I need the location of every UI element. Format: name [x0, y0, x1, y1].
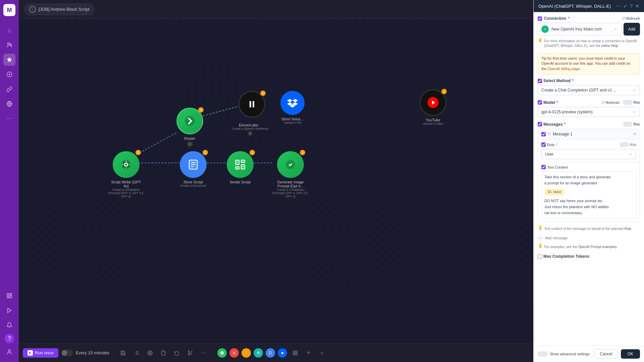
sidebar: M ⌂ ⋯ ?: [0, 0, 19, 362]
sidebar-item-team[interactable]: [3, 39, 15, 51]
iterate-node[interactable]: 1 Iterate Script: [227, 151, 254, 184]
job-title: [JOB] Andrew Black Script: [39, 7, 90, 12]
imageprompt-label: Generate Image Prompt [Gpt 4...: [274, 180, 307, 188]
sidebar-item-profile[interactable]: [3, 346, 15, 358]
select-method-dropdown[interactable]: Create a Chat Completion (GPT and o1 ...: [538, 85, 640, 95]
connection-checkbox[interactable]: [538, 16, 542, 21]
play-icon: [28, 350, 33, 356]
svg-rect-34: [241, 165, 245, 169]
connection-refresh[interactable]: Refresh: [622, 16, 640, 20]
panel-dots-icon[interactable]: ⋯: [616, 3, 621, 9]
note-button[interactable]: [158, 348, 169, 358]
dropbox-circle: [280, 91, 305, 115]
select-method-chevron: [632, 88, 636, 92]
router-node-circle: 4: [176, 108, 203, 134]
panel-header: OpenAI (ChatGPT, Whisper, DALL-E) ⋯ ⤢ ? …: [534, 0, 644, 12]
router-badge: 4: [198, 107, 204, 113]
red-x-btn[interactable]: ✕: [229, 348, 239, 358]
text-content-area[interactable]: Take this section of a story and generat…: [541, 171, 636, 219]
message-1-close[interactable]: ✕: [633, 132, 636, 136]
list-button[interactable]: [131, 348, 142, 358]
advanced-toggle[interactable]: [538, 351, 548, 357]
plus-btn[interactable]: +: [303, 348, 314, 358]
sidebar-item-globe[interactable]: [3, 98, 15, 110]
scriptwriter-node[interactable]: 2 Script Writer [GPT 4o] Create a Comple…: [108, 151, 145, 198]
add-message-plus-icon: +: [538, 235, 543, 241]
add-connection-button[interactable]: Add: [624, 23, 640, 36]
job-badge[interactable]: [JOB] Andrew Black Script: [24, 4, 95, 15]
pause-node[interactable]: 1: [238, 91, 265, 118]
storescript-sublabel: Create a Document: [180, 184, 206, 187]
cut-button[interactable]: [185, 348, 196, 358]
sidebar-item-home[interactable]: ⌂: [3, 24, 15, 36]
model-dropdown[interactable]: gpt-4-0125-preview (system): [538, 107, 640, 117]
svg-point-44: [189, 354, 190, 355]
role-map-toggle[interactable]: [620, 142, 629, 147]
panel-close-icon[interactable]: ✕: [635, 3, 639, 9]
orange-btn[interactable]: !: [241, 348, 251, 358]
sidebar-item-apps[interactable]: [3, 68, 15, 80]
role-dropdown[interactable]: User: [541, 149, 636, 159]
svg-rect-11: [7, 297, 9, 298]
teal-btn[interactable]: ⚙: [254, 348, 263, 358]
svg-rect-48: [293, 351, 295, 353]
router-label: Router: [184, 136, 195, 140]
green-circle-btn[interactable]: [217, 348, 227, 358]
messages-checkbox[interactable]: [538, 122, 542, 126]
youtube-node[interactable]: 1 YouTube Upload a Video: [420, 89, 446, 125]
cancel-button[interactable]: Cancel: [594, 349, 618, 359]
text-line-1: Take this section of a story and generat…: [544, 174, 633, 180]
connection-select[interactable]: New OpenAI Key Make.com: [538, 23, 622, 36]
settings-button[interactable]: [145, 348, 155, 358]
message-1-checkbox[interactable]: [541, 132, 546, 136]
select-method-checkbox[interactable]: [538, 79, 542, 83]
grid-btn[interactable]: [290, 348, 301, 358]
role-chevron: [629, 152, 633, 156]
model-refresh[interactable]: Refresh: [601, 101, 620, 105]
sidebar-item-activity[interactable]: [3, 304, 15, 316]
model-map-toggle[interactable]: [623, 100, 632, 105]
max-tokens-section: Max Completion Tokens: [538, 254, 640, 259]
connection-value: New OpenAI Key Make.com: [551, 27, 611, 32]
pause-badge: 1: [260, 90, 266, 96]
model-checkbox[interactable]: [538, 100, 542, 105]
blue-btn[interactable]: D: [266, 348, 275, 358]
app-logo[interactable]: M: [3, 4, 15, 16]
sidebar-more[interactable]: ⋯: [6, 114, 13, 122]
show-advanced-area: Show advanced settings: [538, 351, 590, 357]
text-line-4: Just return the plaintext with NO additi…: [544, 204, 633, 210]
router-node[interactable]: 4 Router ⚙: [176, 108, 203, 147]
text-content-checkbox[interactable]: [541, 165, 546, 169]
examples-hint: 💡 For examples, see the OpenAI Prompt ex…: [538, 243, 640, 249]
dropbox-node[interactable]: Store Voice... Upload a File: [280, 91, 305, 124]
imageprompt-node[interactable]: 1 Generate Image Prompt [Gpt 4... Create…: [272, 151, 309, 198]
ok-button[interactable]: OK: [621, 349, 640, 359]
messages-map-toggle[interactable]: [623, 122, 632, 127]
svg-rect-31: [236, 160, 239, 165]
undo-button[interactable]: [171, 348, 182, 358]
collapse-btn[interactable]: [317, 348, 327, 358]
sidebar-item-templates[interactable]: [3, 290, 15, 302]
sidebar-item-connections[interactable]: [3, 83, 15, 95]
save-button[interactable]: [118, 348, 128, 358]
message-1-drag[interactable]: ⠿: [548, 132, 551, 136]
storescript-node[interactable]: 1 Store Script Create a Document: [180, 151, 207, 187]
pause-circle: 1: [238, 91, 265, 118]
max-tokens-checkbox[interactable]: [538, 254, 542, 259]
model-label: Model * Refresh Map: [538, 100, 640, 105]
job-back-icon[interactable]: [29, 6, 36, 13]
sidebar-item-notifications[interactable]: [3, 319, 15, 331]
panel-help-icon[interactable]: ?: [630, 3, 633, 9]
text-line-3: DO NOT say heres your prompt etc.: [544, 198, 633, 204]
svg-rect-32: [241, 160, 245, 163]
role-checkbox[interactable]: [541, 142, 546, 147]
more-button[interactable]: ⋯: [198, 348, 209, 358]
sidebar-item-scenarios[interactable]: [3, 54, 15, 66]
add-message-button[interactable]: + Add message: [538, 234, 640, 242]
panel-title: OpenAI (ChatGPT, Whisper, DALL-E): [538, 4, 611, 9]
dropbox-btn[interactable]: ◆: [278, 348, 287, 358]
panel-expand-icon[interactable]: ⤢: [623, 3, 627, 9]
sidebar-item-help[interactable]: ?: [5, 334, 14, 343]
run-once-button[interactable]: Run once: [23, 348, 58, 358]
schedule-toggle[interactable]: [61, 350, 73, 356]
